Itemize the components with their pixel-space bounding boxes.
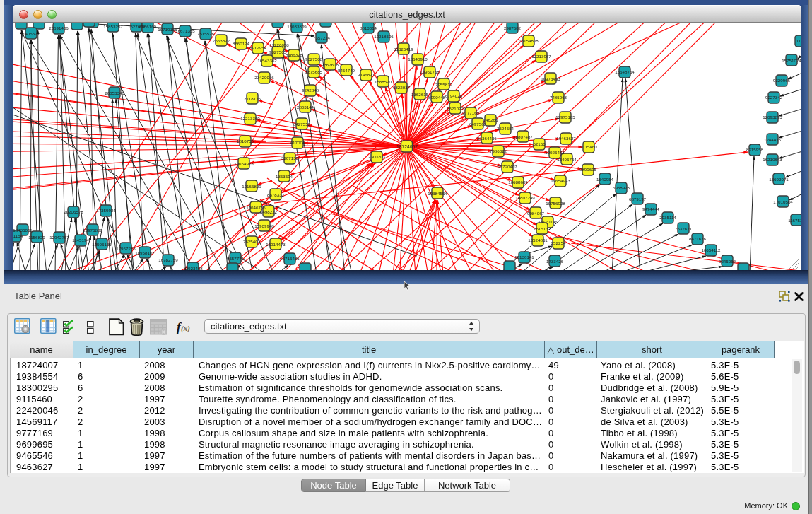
svg-text:15720407: 15720407 bbox=[498, 164, 517, 169]
svg-text:12213369: 12213369 bbox=[240, 116, 260, 121]
svg-text:1405571: 1405571 bbox=[23, 31, 40, 36]
svg-text:1145194: 1145194 bbox=[72, 238, 89, 243]
svg-text:5938923: 5938923 bbox=[613, 185, 630, 190]
svg-text:15692971: 15692971 bbox=[769, 177, 789, 182]
svg-text:7357224: 7357224 bbox=[313, 35, 331, 40]
svg-text:10973493: 10973493 bbox=[541, 76, 560, 81]
svg-text:6794028: 6794028 bbox=[445, 93, 463, 98]
svg-text:1640954: 1640954 bbox=[596, 177, 614, 182]
svg-text:10688609: 10688609 bbox=[508, 180, 528, 185]
svg-text:3675685: 3675685 bbox=[305, 69, 323, 74]
svg-text:6879197: 6879197 bbox=[629, 197, 647, 201]
svg-text:19384554: 19384554 bbox=[428, 191, 447, 196]
svg-text:7632621: 7632621 bbox=[675, 226, 693, 231]
svg-text:1112: 1112 bbox=[796, 38, 801, 43]
svg-text:9329966: 9329966 bbox=[773, 78, 791, 83]
svg-text:2803144: 2803144 bbox=[297, 105, 314, 110]
svg-text:252254: 252254 bbox=[551, 240, 566, 245]
svg-text:3624554: 3624554 bbox=[497, 126, 514, 131]
svg-text:1167533: 1167533 bbox=[788, 218, 801, 223]
svg-text:8912954: 8912954 bbox=[249, 45, 267, 50]
svg-text:12093873: 12093873 bbox=[763, 115, 782, 119]
svg-text:15909948: 15909948 bbox=[254, 223, 274, 228]
svg-text:2367608: 2367608 bbox=[322, 62, 339, 67]
svg-text:21364436: 21364436 bbox=[477, 136, 497, 141]
svg-text:9899695: 9899695 bbox=[579, 167, 597, 172]
svg-text:9245052: 9245052 bbox=[719, 259, 736, 264]
svg-text:8186328: 8186328 bbox=[286, 52, 303, 57]
svg-text:1621022: 1621022 bbox=[447, 106, 464, 111]
svg-text:7663822: 7663822 bbox=[213, 38, 230, 43]
svg-text:2935114: 2935114 bbox=[659, 215, 676, 220]
svg-text:2300203: 2300203 bbox=[368, 154, 386, 159]
svg-text:7485063: 7485063 bbox=[550, 95, 567, 100]
svg-text:391154: 391154 bbox=[13, 233, 23, 238]
svg-text:15853257: 15853257 bbox=[103, 24, 123, 29]
svg-text:9327508: 9327508 bbox=[305, 57, 323, 62]
svg-text:1362615: 1362615 bbox=[411, 92, 429, 97]
svg-text:20975887: 20975887 bbox=[83, 228, 102, 233]
svg-text:12923468: 12923468 bbox=[183, 266, 203, 270]
svg-text:12213967: 12213967 bbox=[531, 54, 551, 59]
svg-text:3267130: 3267130 bbox=[281, 156, 299, 160]
svg-text:7515526: 7515526 bbox=[197, 31, 215, 36]
svg-text:6497568: 6497568 bbox=[469, 122, 487, 127]
svg-text:2718126: 2718126 bbox=[244, 96, 261, 101]
svg-text:19654923: 19654923 bbox=[551, 178, 570, 183]
svg-text:9146821: 9146821 bbox=[358, 72, 375, 77]
svg-text:2987682: 2987682 bbox=[504, 25, 522, 30]
svg-text:20206578: 20206578 bbox=[64, 209, 83, 214]
svg-text:19218506: 19218506 bbox=[374, 34, 394, 39]
svg-text:10807487: 10807487 bbox=[513, 134, 533, 139]
svg-text:1733426: 1733426 bbox=[546, 259, 564, 264]
svg-text:10025453: 10025453 bbox=[545, 150, 565, 155]
svg-text:9777169: 9777169 bbox=[462, 110, 480, 115]
svg-text:1810755: 1810755 bbox=[237, 139, 254, 144]
svg-text:9115460: 9115460 bbox=[580, 144, 597, 149]
svg-text:5498222: 5498222 bbox=[260, 209, 278, 214]
svg-text:15716485: 15716485 bbox=[280, 256, 300, 261]
svg-text:417004: 417004 bbox=[290, 140, 305, 145]
svg-text:18724007: 18724007 bbox=[396, 144, 418, 149]
svg-text:26053346: 26053346 bbox=[105, 90, 124, 95]
svg-text:6966160: 6966160 bbox=[139, 24, 157, 29]
svg-text:8878332: 8878332 bbox=[267, 192, 285, 197]
svg-text:9227342: 9227342 bbox=[765, 95, 783, 100]
svg-text:16782759: 16782759 bbox=[158, 257, 178, 262]
svg-text:10654923: 10654923 bbox=[234, 161, 254, 166]
svg-text:62160: 62160 bbox=[533, 141, 546, 146]
svg-text:9084067: 9084067 bbox=[527, 211, 545, 216]
svg-text:15751074: 15751074 bbox=[782, 58, 801, 63]
svg-text:16154808: 16154808 bbox=[519, 38, 539, 43]
svg-text:15136141: 15136141 bbox=[514, 255, 534, 259]
svg-text:8990448: 8990448 bbox=[428, 95, 446, 100]
svg-text:23420046: 23420046 bbox=[254, 75, 274, 80]
svg-text:16033809: 16033809 bbox=[287, 24, 307, 29]
svg-text:9657771: 9657771 bbox=[227, 256, 245, 261]
svg-text:16648764: 16648764 bbox=[615, 69, 635, 74]
svg-text:1353594: 1353594 bbox=[276, 174, 293, 179]
svg-text:10961758: 10961758 bbox=[420, 69, 440, 74]
svg-text:18435061: 18435061 bbox=[13, 228, 33, 233]
svg-text:12975185: 12975185 bbox=[555, 115, 575, 119]
svg-text:8215958: 8215958 bbox=[746, 147, 764, 152]
svg-text:15495764: 15495764 bbox=[557, 157, 577, 162]
svg-text:9242848: 9242848 bbox=[302, 88, 319, 93]
svg-text:7955812: 7955812 bbox=[435, 82, 453, 87]
svg-text:6322037: 6322037 bbox=[393, 85, 411, 90]
svg-text:12505135: 12505135 bbox=[92, 242, 112, 247]
svg-text:19166829: 19166829 bbox=[242, 184, 261, 189]
svg-text:16120746: 16120746 bbox=[538, 219, 558, 224]
svg-text:10756928: 10756928 bbox=[546, 201, 565, 206]
svg-text:17359924: 17359924 bbox=[96, 208, 116, 213]
svg-text:18807249: 18807249 bbox=[515, 195, 535, 200]
svg-text:18640910: 18640910 bbox=[408, 57, 428, 62]
svg-text:8660124: 8660124 bbox=[233, 41, 250, 46]
svg-text:1156829: 1156829 bbox=[28, 235, 45, 240]
svg-text:17010504: 17010504 bbox=[773, 199, 793, 204]
svg-text:9474444: 9474444 bbox=[642, 206, 660, 211]
svg-text:13524851: 13524851 bbox=[528, 238, 548, 243]
svg-text:11325419: 11325419 bbox=[394, 47, 413, 52]
svg-text:1244415: 1244415 bbox=[764, 137, 782, 142]
svg-text:10958107: 10958107 bbox=[135, 250, 155, 255]
